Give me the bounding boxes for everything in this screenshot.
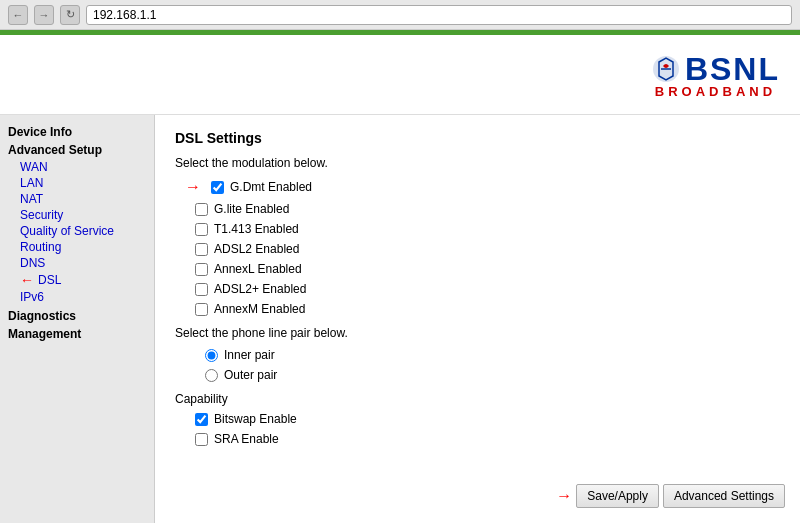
bitswap-label: Bitswap Enable xyxy=(214,412,297,426)
sidebar-item-ipv6[interactable]: IPv6 xyxy=(8,289,146,305)
management-title[interactable]: Management xyxy=(8,327,146,341)
t1413-label: T1.413 Enabled xyxy=(214,222,299,236)
dsl-arrow-icon: ← xyxy=(20,272,34,288)
annexl-label: AnnexL Enabled xyxy=(214,262,302,276)
sidebar-item-routing[interactable]: Routing xyxy=(8,239,146,255)
page-title: DSL Settings xyxy=(175,130,780,146)
checkbox-adsl2-row: ADSL2 Enabled xyxy=(175,242,780,256)
save-apply-button[interactable]: Save/Apply xyxy=(576,484,659,508)
bsnl-name: BSNL xyxy=(685,51,780,88)
outer-label: Outer pair xyxy=(224,368,277,382)
broadband-label: BROADBAND xyxy=(655,84,776,99)
adsl2-label: ADSL2 Enabled xyxy=(214,242,299,256)
sidebar: Device Info Advanced Setup WAN LAN NAT S… xyxy=(0,115,155,523)
annexm-checkbox[interactable] xyxy=(195,303,208,316)
header: BSNL BROADBAND xyxy=(0,35,800,115)
capability-title: Capability xyxy=(175,392,780,406)
bsnl-logo-icon xyxy=(651,54,681,84)
gdmt-label: G.Dmt Enabled xyxy=(230,180,312,194)
sidebar-item-nat[interactable]: NAT xyxy=(8,191,146,207)
diagnostics-section: Diagnostics xyxy=(8,309,146,323)
annexl-checkbox[interactable] xyxy=(195,263,208,276)
checkbox-gdmt-row: → G.Dmt Enabled xyxy=(175,178,780,196)
adsl2-checkbox[interactable] xyxy=(195,243,208,256)
content-area: DSL Settings Select the modulation below… xyxy=(155,115,800,523)
sidebar-item-dns[interactable]: DNS xyxy=(8,255,146,271)
device-info-title[interactable]: Device Info xyxy=(8,125,146,139)
glite-label: G.lite Enabled xyxy=(214,202,289,216)
refresh-button[interactable]: ↻ xyxy=(60,5,80,25)
gdmt-arrow-icon: → xyxy=(185,178,201,196)
device-info-section: Device Info xyxy=(8,125,146,139)
radio-outer-row: Outer pair xyxy=(175,368,780,382)
bitswap-checkbox[interactable] xyxy=(195,413,208,426)
management-section: Management xyxy=(8,327,146,341)
modulation-label: Select the modulation below. xyxy=(175,156,780,170)
checkbox-sra-row: SRA Enable xyxy=(175,432,780,446)
sidebar-item-qos[interactable]: Quality of Service xyxy=(8,223,146,239)
checkbox-t1413-row: T1.413 Enabled xyxy=(175,222,780,236)
t1413-checkbox[interactable] xyxy=(195,223,208,236)
forward-button[interactable]: → xyxy=(34,5,54,25)
browser-chrome: ← → ↻ xyxy=(0,0,800,30)
adsl2plus-checkbox[interactable] xyxy=(195,283,208,296)
main-layout: Device Info Advanced Setup WAN LAN NAT S… xyxy=(0,115,800,523)
phone-line-label: Select the phone line pair below. xyxy=(175,326,780,340)
checkbox-annexl-row: AnnexL Enabled xyxy=(175,262,780,276)
adsl2plus-label: ADSL2+ Enabled xyxy=(214,282,306,296)
glite-checkbox[interactable] xyxy=(195,203,208,216)
radio-inner-row: Inner pair xyxy=(175,348,780,362)
inner-label: Inner pair xyxy=(224,348,275,362)
diagnostics-title[interactable]: Diagnostics xyxy=(8,309,146,323)
sidebar-item-lan[interactable]: LAN xyxy=(8,175,146,191)
sra-checkbox[interactable] xyxy=(195,433,208,446)
gdmt-checkbox[interactable] xyxy=(211,181,224,194)
inner-radio[interactable] xyxy=(205,349,218,362)
outer-radio[interactable] xyxy=(205,369,218,382)
annexm-label: AnnexM Enabled xyxy=(214,302,305,316)
sidebar-item-wan[interactable]: WAN xyxy=(8,159,146,175)
back-button[interactable]: ← xyxy=(8,5,28,25)
advanced-setup-title[interactable]: Advanced Setup xyxy=(8,143,146,157)
sidebar-item-dsl[interactable]: ← DSL xyxy=(8,271,146,289)
bsnl-logo: BSNL BROADBAND xyxy=(651,51,780,99)
sidebar-item-security[interactable]: Security xyxy=(8,207,146,223)
button-row: → Save/Apply Advanced Settings xyxy=(556,484,785,508)
advanced-setup-section: Advanced Setup WAN LAN NAT Security Qual… xyxy=(8,143,146,305)
checkbox-adsl2plus-row: ADSL2+ Enabled xyxy=(175,282,780,296)
address-bar[interactable] xyxy=(86,5,792,25)
checkbox-glite-row: G.lite Enabled xyxy=(175,202,780,216)
sra-label: SRA Enable xyxy=(214,432,279,446)
checkbox-bitswap-row: Bitswap Enable xyxy=(175,412,780,426)
checkbox-annexm-row: AnnexM Enabled xyxy=(175,302,780,316)
advanced-settings-button[interactable]: Advanced Settings xyxy=(663,484,785,508)
save-arrow-icon: → xyxy=(556,487,572,505)
